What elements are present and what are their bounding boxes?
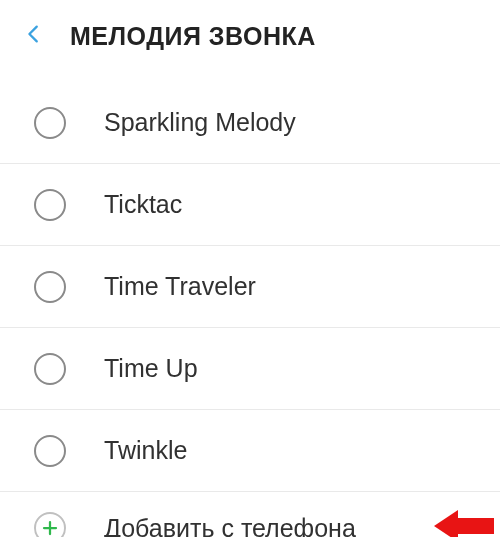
ringtone-label: Sparkling Melody — [104, 108, 296, 137]
arrow-annotation-icon — [434, 507, 494, 537]
svg-marker-2 — [434, 510, 494, 537]
ringtone-item[interactable]: Time Up — [0, 328, 500, 410]
radio-unchecked-icon — [34, 271, 66, 303]
add-label: Добавить с телефона — [104, 514, 356, 538]
ringtone-label: Twinkle — [104, 436, 187, 465]
radio-unchecked-icon — [34, 189, 66, 221]
ringtone-label: Ticktac — [104, 190, 182, 219]
page-title: МЕЛОДИЯ ЗВОНКА — [70, 22, 316, 51]
add-from-phone-button[interactable]: Добавить с телефона — [0, 492, 500, 537]
radio-unchecked-icon — [34, 107, 66, 139]
header: МЕЛОДИЯ ЗВОНКА — [0, 0, 500, 72]
ringtone-item[interactable]: Sparkling Melody — [0, 82, 500, 164]
plus-icon — [34, 512, 66, 537]
ringtone-label: Time Up — [104, 354, 198, 383]
chevron-left-icon — [23, 23, 45, 49]
ringtone-label: Time Traveler — [104, 272, 256, 301]
back-button[interactable] — [10, 12, 58, 60]
ringtone-item[interactable]: Time Traveler — [0, 246, 500, 328]
radio-unchecked-icon — [34, 353, 66, 385]
radio-unchecked-icon — [34, 435, 66, 467]
ringtone-list: Sparkling Melody Ticktac Time Traveler T… — [0, 72, 500, 537]
ringtone-item[interactable]: Ticktac — [0, 164, 500, 246]
ringtone-item[interactable]: Twinkle — [0, 410, 500, 492]
